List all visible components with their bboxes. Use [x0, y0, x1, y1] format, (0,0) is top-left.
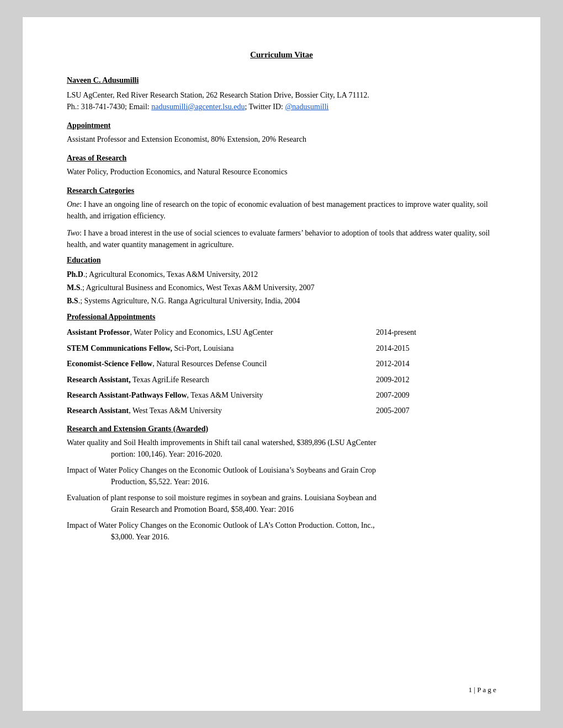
page-footer: 1 | P a g e: [469, 686, 496, 694]
appt-years-3: 2012-2014: [376, 356, 496, 372]
appt-bold-5: Research Assistant-Pathways Fellow: [67, 391, 187, 399]
cv-title: Curriculum Vitae: [67, 50, 496, 60]
grants-heading: Research and Extension Grants (Awarded): [67, 425, 496, 433]
appointments-table: Assistant Professor, Water Policy and Ec…: [67, 325, 496, 419]
research-category-two: Two: I have a broad interest in the use …: [67, 227, 496, 250]
appt-title-2: STEM Communications Fellow, Sci-Port, Lo…: [67, 341, 376, 356]
appt-title-5: Research Assistant-Pathways Fellow, Texa…: [67, 388, 376, 403]
phd-rest: .; Agricultural Economics, Texas A&M Uni…: [83, 270, 258, 279]
appointment-heading: Appointment: [67, 121, 496, 130]
appt-title-6: Research Assistant, West Texas A&M Unive…: [67, 403, 376, 419]
professional-appointments-heading: Professional Appointments: [67, 313, 496, 322]
education-phd: Ph.D.; Agricultural Economics, Texas A&M…: [67, 268, 496, 281]
one-label: One: [67, 200, 79, 208]
appt-years-5: 2007-2009: [376, 388, 496, 403]
table-row: STEM Communications Fellow, Sci-Port, Lo…: [67, 341, 496, 356]
grant-item-3: Evaluation of plant response to soil moi…: [67, 492, 496, 515]
areas-of-research-heading: Areas of Research: [67, 154, 496, 163]
bs-degree: B.S: [67, 297, 78, 305]
education-ms: M.S.; Agricultural Business and Economic…: [67, 281, 496, 295]
twitter-prefix: ; Twitter ID:: [245, 103, 285, 111]
grant-item-4-cont: $3,000. Year 2016.: [111, 533, 169, 541]
phd-degree: Ph.D: [67, 270, 83, 279]
appt-years-1: 2014-present: [376, 325, 496, 340]
education-bs: B.S.; Systems Agriculture, N.G. Ranga Ag…: [67, 295, 496, 308]
twitter-link[interactable]: @nadusumilli: [285, 103, 328, 111]
grant-item-3-cont: Grain Research and Promotion Board, $58,…: [111, 505, 294, 513]
cv-page: Curriculum Vitae Naveen C. Adusumilli LS…: [22, 17, 541, 711]
table-row: Research Assistant-Pathways Fellow, Texa…: [67, 388, 496, 403]
table-row: Economist-Science Fellow, Natural Resour…: [67, 356, 496, 372]
appt-bold-3: Economist-Science Fellow: [67, 360, 152, 368]
appt-bold-1: Assistant Professor: [67, 328, 130, 336]
phone-label: Ph.: 318-741-7430; Email:: [67, 103, 151, 111]
appt-years-2: 2014-2015: [376, 341, 496, 356]
grant-item-4: Impact of Water Policy Changes on the Ec…: [67, 520, 496, 543]
education-heading: Education: [67, 256, 496, 265]
two-text: : I have a broad interest in the use of …: [67, 229, 490, 249]
contact-info: LSU AgCenter, Red River Research Station…: [67, 89, 496, 113]
bs-rest: .; Systems Agriculture, N.G. Ranga Agric…: [78, 297, 300, 305]
address-text: LSU AgCenter, Red River Research Station…: [67, 91, 369, 99]
table-row: Research Assistant, West Texas A&M Unive…: [67, 403, 496, 419]
one-text: : I have an ongoing line of research on …: [67, 200, 488, 220]
appt-title-3: Economist-Science Fellow, Natural Resour…: [67, 356, 376, 372]
appt-title-4: Research Assistant, Texas AgriLife Resea…: [67, 372, 376, 388]
appt-bold-4: Research Assistant,: [67, 376, 131, 384]
research-categories-heading: Research Categories: [67, 186, 496, 195]
areas-of-research-text: Water Policy, Production Economics, and …: [67, 166, 496, 178]
grant-item-2: Impact of Water Policy Changes on the Ec…: [67, 464, 496, 488]
grant-item-1-cont: portion: 100,146). Year: 2016-2020.: [111, 450, 222, 458]
appt-bold-2: STEM Communications Fellow,: [67, 344, 172, 352]
appt-years-6: 2005-2007: [376, 403, 496, 419]
grant-item-1: Water quality and Soil Health improvemen…: [67, 437, 496, 460]
appt-title-1: Assistant Professor, Water Policy and Ec…: [67, 325, 376, 340]
research-category-one: One: I have an ongoing line of research …: [67, 199, 496, 222]
ms-rest: .; Agricultural Business and Economics, …: [81, 283, 315, 292]
appointment-text: Assistant Professor and Extension Econom…: [67, 133, 496, 145]
table-row: Research Assistant, Texas AgriLife Resea…: [67, 372, 496, 388]
email-link[interactable]: nadusumilli@agcenter.lsu.edu: [151, 103, 245, 111]
two-label: Two: [67, 229, 79, 237]
ms-degree: M.S: [67, 283, 81, 292]
person-name: Naveen C. Adusumilli: [67, 76, 496, 85]
table-row: Assistant Professor, Water Policy and Ec…: [67, 325, 496, 340]
appt-years-4: 2009-2012: [376, 372, 496, 388]
appt-bold-6: Research Assistant: [67, 406, 129, 415]
grant-item-2-cont: Production, $5,522. Year: 2016.: [111, 478, 209, 486]
